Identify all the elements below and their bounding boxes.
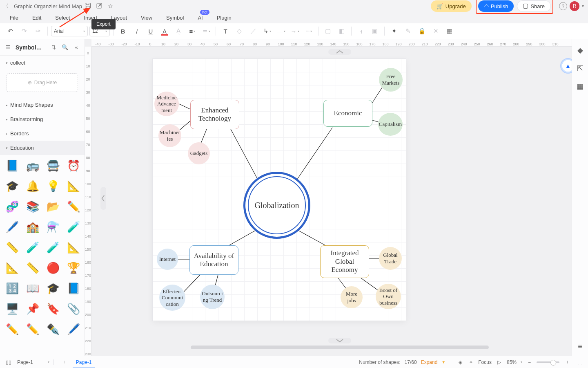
pages-icon[interactable]: ▯▯ [4, 359, 13, 365]
expand-link[interactable]: Expand [421, 359, 438, 365]
symbol-item[interactable]: 🖊️ [4, 219, 20, 235]
node-machineries[interactable]: Machiner ies [158, 124, 181, 147]
node-boost-business[interactable]: Boost of Own business [376, 284, 401, 309]
zoom-in-button[interactable]: ＋ [564, 359, 572, 366]
symbol-item[interactable]: 📐 [65, 178, 82, 194]
menu-file[interactable]: File [10, 15, 18, 21]
table-button[interactable]: ▦ [443, 25, 456, 37]
redo-button[interactable]: ↷ [18, 25, 30, 37]
page-selector[interactable]: Page-1▾ [17, 359, 54, 365]
symbol-item[interactable]: 📏 [24, 260, 41, 276]
scroll-area[interactable]: Globalization Enhanced Technology Medici… [91, 47, 588, 350]
symbol-item[interactable]: 🧬 [4, 198, 20, 215]
add-page-button[interactable]: ＋ [60, 359, 69, 366]
edit-shape-button[interactable]: ✎ [402, 25, 414, 37]
focus-label[interactable]: Focus [478, 359, 492, 365]
menu-view[interactable]: View [141, 15, 152, 21]
menu-select[interactable]: Select [55, 15, 70, 21]
tools-button[interactable]: ✕ [430, 25, 442, 37]
page-tab[interactable]: Page-1 [73, 357, 95, 368]
align-objects-button[interactable]: ⫞ [355, 25, 367, 37]
group-button[interactable]: ▣ [369, 25, 381, 37]
node-free-markets[interactable]: Free Markets [379, 68, 403, 92]
font-selector[interactable]: Arial▾ [51, 26, 88, 36]
horizontal-scrollbar[interactable] [191, 346, 489, 349]
menu-plugin[interactable]: Plugin [217, 15, 232, 21]
text-height-button[interactable]: Aͅ [172, 25, 185, 37]
expand-library-icon[interactable]: ⇅ [49, 44, 58, 50]
lock-button[interactable]: 🔒 [416, 25, 428, 37]
fill-button[interactable]: ◇ [233, 25, 245, 37]
node-more-jobs[interactable]: More jobs [341, 286, 363, 308]
symbol-item[interactable]: 📐 [65, 239, 82, 256]
node-medicine[interactable]: Medicine Advance ment [154, 92, 179, 116]
section-mindmap[interactable]: Mind Map Shapes [0, 98, 85, 112]
zoom-caret-icon[interactable]: ▾ [521, 360, 522, 364]
bold-button[interactable]: B [117, 25, 129, 37]
symbol-item[interactable]: 🔖 [45, 301, 61, 317]
export-rail-icon[interactable]: ⇱ [577, 64, 583, 73]
node-technology[interactable]: Enhanced Technology [190, 100, 239, 129]
connector-button[interactable]: ↳ [261, 25, 273, 37]
node-gadgets[interactable]: Gadgets [188, 142, 210, 164]
symbol-item[interactable]: ✏️ [4, 321, 20, 337]
node-outsourcing[interactable]: Outsourci ng Trend [200, 285, 225, 309]
node-global-trade[interactable]: Global Trade [379, 247, 402, 270]
stroke-color-button[interactable]: ／ [247, 25, 259, 37]
diagram-page[interactable]: Globalization Enhanced Technology Medici… [153, 59, 406, 321]
symbol-item[interactable]: ✏️ [24, 321, 41, 337]
menu-ai[interactable]: AIhot [198, 15, 203, 21]
image-button[interactable]: ▢ [322, 25, 334, 37]
symbol-item[interactable]: 🎓 [45, 280, 61, 296]
symbol-item[interactable]: 🚌 [24, 157, 41, 174]
node-economic[interactable]: Economic [323, 100, 372, 127]
underline-button[interactable]: U [145, 25, 157, 37]
text-tool-button[interactable]: T [219, 25, 232, 37]
symbol-item[interactable]: 📌 [24, 301, 41, 317]
section-education[interactable]: Education [0, 141, 85, 155]
symbol-item[interactable]: 📏 [4, 239, 20, 256]
symbol-item[interactable]: 🖥️ [4, 301, 20, 317]
menu-symbol[interactable]: Symbol [166, 15, 184, 21]
zoom-out-button[interactable]: − [526, 359, 532, 365]
symbol-item[interactable]: ✒️ [45, 321, 61, 337]
fullscreen-icon[interactable]: ⛶ [576, 359, 584, 365]
layers-icon[interactable]: ◈ [457, 359, 464, 365]
zoom-slider[interactable] [537, 361, 559, 363]
crop-button[interactable]: ◧ [336, 25, 348, 37]
save-icon[interactable] [82, 2, 94, 10]
expand-caret-icon[interactable]: ▼ [441, 360, 445, 364]
line-spacing-button[interactable]: ≣ [200, 25, 212, 37]
ai-tool-button[interactable]: ✦ [388, 25, 400, 37]
publish-button[interactable]: Publish [478, 0, 514, 12]
help-icon[interactable]: ? [559, 2, 567, 10]
node-integrated[interactable]: Integrated Global Economy [320, 245, 369, 278]
node-capitalism[interactable]: Capitalism [378, 113, 403, 136]
page-extend-bottom[interactable] [328, 338, 351, 343]
document-title[interactable]: Graphic Organzier Mind Map [14, 3, 82, 9]
collapse-panel-icon[interactable]: « [72, 44, 80, 50]
symbol-item[interactable]: ⏰ [65, 157, 82, 174]
library-icon[interactable]: ☰ [4, 44, 12, 50]
node-center[interactable]: Globalization [243, 172, 310, 239]
symbol-item[interactable]: 📘 [65, 280, 82, 296]
node-communication[interactable]: Effecient Communi cation [159, 285, 185, 311]
theme-icon[interactable]: ◆ [577, 46, 583, 55]
symbol-item[interactable]: 🏆 [65, 260, 82, 276]
symbol-item[interactable]: ⚗️ [45, 219, 61, 235]
symbol-item[interactable]: 🏫 [24, 219, 41, 235]
export-icon[interactable] [94, 2, 105, 10]
upgrade-button[interactable]: Upgrade [431, 0, 472, 12]
symbol-item[interactable]: 📖 [24, 280, 41, 296]
symbol-item[interactable]: 🧪 [45, 239, 61, 256]
symbol-item[interactable]: 💡 [45, 178, 61, 194]
page-extend-top[interactable] [328, 49, 351, 55]
symbol-item[interactable]: 🎓 [4, 178, 20, 194]
settings-rail-icon[interactable]: ≡ [578, 342, 582, 351]
dash-style-button[interactable]: ┄ [303, 25, 315, 37]
italic-button[interactable]: I [131, 25, 143, 37]
symbol-item[interactable]: 🧪 [65, 219, 82, 235]
symbol-item[interactable]: 📐 [4, 260, 20, 276]
font-color-button[interactable]: A [158, 25, 171, 37]
symbol-item[interactable]: 📂 [45, 198, 61, 215]
